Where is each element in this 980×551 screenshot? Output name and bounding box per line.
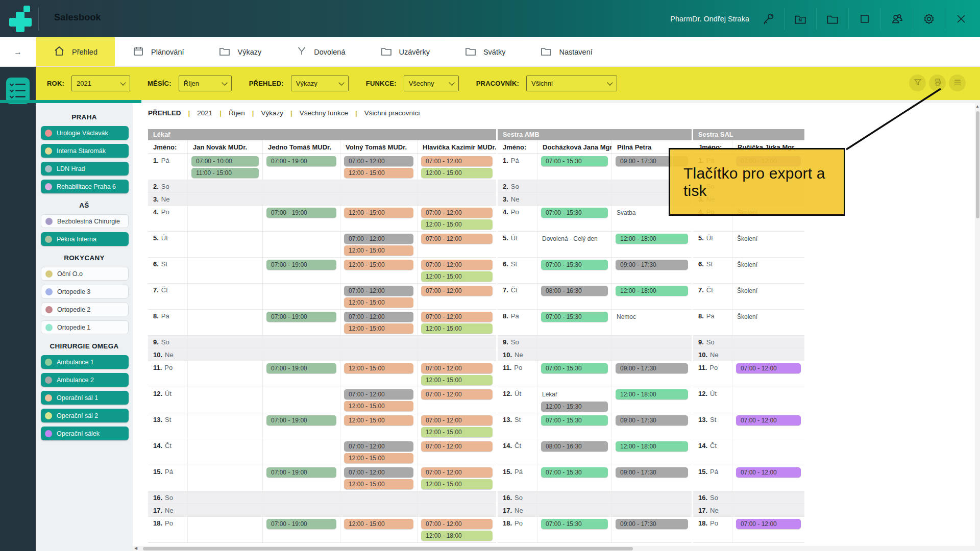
shift-cell[interactable]: 12:00 - 15:00 [340,258,418,283]
shift-cell[interactable] [188,180,263,192]
shift-pill[interactable]: 12:00 - 15:00 [344,297,413,308]
collapse-arrow-icon[interactable]: → [0,37,36,66]
shift-pill[interactable]: 07:00 - 12:00 [421,156,493,166]
shift-cell[interactable] [188,387,263,413]
vertical-scroll-thumb[interactable] [976,111,979,218]
shift-cell[interactable]: 07:00 - 12:0012:00 - 15:00 [418,258,496,283]
shift-cell[interactable] [612,348,692,361]
shift-pill[interactable]: 07:00 - 12:00 [421,363,493,373]
shift-cell[interactable] [537,348,612,361]
shift-cell[interactable] [263,387,340,413]
shift-pill[interactable]: 12:00 - 18:00 [616,234,688,244]
shift-cell[interactable] [732,491,804,504]
shift-cell[interactable] [188,413,263,439]
filter-select-přehled[interactable]: Výkazy [291,76,349,91]
shift-cell[interactable] [188,284,263,309]
location-item[interactable]: Pěkná Interna [41,232,129,246]
shift-cell[interactable]: 09:00 - 17:30 [612,258,692,283]
shift-pill[interactable]: 12:00 - 15:00 [344,363,413,373]
shift-cell[interactable]: 12:00 - 18:00 [612,284,692,309]
location-item[interactable]: Ortopedie 3 [41,285,129,298]
shift-pill[interactable]: 07:00 - 19:00 [266,415,336,425]
shift-pill[interactable]: 07:00 - 19:00 [266,312,336,322]
shift-pill[interactable]: 12:00 - 15:00 [421,323,493,334]
close-icon[interactable] [953,11,969,27]
filter-select-měsíc[interactable]: Říjen [179,76,232,91]
shift-pill[interactable]: 12:00 - 15:00 [344,479,413,489]
shift-cell[interactable]: Školení [732,284,804,309]
shift-pill[interactable]: 07:00 - 12:00 [736,519,801,529]
shift-cell[interactable] [188,491,263,504]
shift-cell[interactable]: 07:00 - 19:00 [263,361,340,387]
shift-cell[interactable] [188,258,263,283]
shift-pill[interactable]: 12:00 - 18:00 [616,441,688,452]
shift-cell[interactable]: 07:00 - 12:00 [418,284,496,309]
shift-cell[interactable] [188,439,263,465]
shift-cell[interactable]: 07:00 - 10:0011:00 - 15:00 [188,154,263,180]
shift-cell[interactable] [418,348,496,361]
shift-cell[interactable]: 07:00 - 19:00 [263,258,340,283]
filter-select-funkce[interactable]: Všechny [404,76,459,91]
shift-pill[interactable]: 07:00 - 12:00 [736,415,801,425]
shift-cell[interactable]: Školení [732,232,804,257]
shift-cell[interactable]: 07:00 - 12:00 [732,465,804,491]
location-item[interactable]: Ambulance 2 [41,373,129,387]
shift-cell[interactable]: 08:00 - 16:30 [537,284,612,309]
shift-cell[interactable]: 07:00 - 12:0012:00 - 15:00 [418,206,496,231]
shift-pill[interactable]: 07:00 - 15:30 [541,415,608,425]
print-button[interactable] [929,74,946,91]
shift-cell[interactable]: 12:00 - 15:00 [340,517,418,542]
shift-pill[interactable]: 07:00 - 15:30 [541,156,608,166]
shift-pill[interactable]: 12:00 - 15:00 [421,375,493,385]
shift-cell[interactable]: 07:00 - 12:0012:00 - 15:00 [340,439,418,465]
shift-cell[interactable] [263,232,340,257]
shift-cell[interactable] [418,180,496,192]
shift-pill[interactable]: 07:00 - 12:00 [344,441,413,452]
shift-pill[interactable]: 12:00 - 15:00 [421,168,493,178]
scroll-left-icon[interactable]: ◀ [134,546,137,550]
shift-cell[interactable]: 07:00 - 12:0012:00 - 15:00 [340,310,418,335]
shift-cell[interactable]: 07:00 - 15:30 [537,206,612,231]
shift-cell[interactable]: Dovolená - Celý den [537,232,612,257]
folder-icon[interactable] [825,11,840,27]
shift-cell[interactable] [732,348,804,361]
shift-cell[interactable]: 09:00 - 17:30 [612,465,692,491]
shift-cell[interactable] [612,491,692,504]
shift-pill[interactable]: 07:00 - 15:30 [541,260,608,270]
shift-cell[interactable] [188,310,263,335]
shift-pill[interactable]: 07:00 - 19:00 [266,363,336,373]
shift-cell[interactable]: 07:00 - 19:00 [263,154,340,180]
shift-pill[interactable]: 08:00 - 16:30 [541,286,608,296]
shift-pill[interactable]: 07:00 - 12:00 [344,312,413,322]
shift-pill[interactable]: 12:00 - 15:00 [344,260,413,270]
menu-button[interactable] [949,74,966,91]
shift-cell[interactable]: 07:00 - 12:0012:00 - 15:00 [418,465,496,491]
shift-pill[interactable]: 07:00 - 12:00 [344,286,413,296]
shift-cell[interactable]: Školení [732,258,804,283]
shift-pill[interactable]: 07:00 - 15:30 [541,467,608,478]
filter-select-pracovník[interactable]: Všichni [526,76,617,91]
shift-cell[interactable] [418,193,496,205]
shift-pill[interactable]: 12:00 - 15:00 [344,415,413,425]
shift-pill[interactable]: 09:00 - 17:30 [616,260,688,270]
tab-uzaverky[interactable]: Uzávěrky [363,37,447,66]
shift-cell[interactable]: 12:00 - 15:00 [340,413,418,439]
location-item[interactable]: LDN Hrad [41,162,129,176]
shift-cell[interactable]: 07:00 - 19:00 [263,465,340,491]
tab-svatky[interactable]: Svátky [447,37,523,66]
shift-cell[interactable]: 07:00 - 12:0012:00 - 15:00 [340,387,418,413]
shift-cell[interactable]: 07:00 - 15:30 [537,413,612,439]
shift-pill[interactable]: 07:00 - 12:00 [421,441,493,452]
shift-cell[interactable] [340,193,418,205]
shift-cell[interactable]: 07:00 - 15:30 [537,465,612,491]
shift-cell[interactable]: 07:00 - 15:30 [537,154,612,180]
shift-cell[interactable] [188,206,263,231]
shift-cell[interactable] [263,504,340,516]
shift-pill[interactable]: 07:00 - 19:00 [266,519,336,529]
shift-cell[interactable] [418,504,496,516]
shift-cell[interactable] [263,439,340,465]
shift-cell[interactable] [537,491,612,504]
tab-dovolena[interactable]: Dovolená [279,37,362,66]
shift-cell[interactable]: 07:00 - 12:00 [418,387,496,413]
shift-cell[interactable]: 07:00 - 15:30 [537,361,612,387]
